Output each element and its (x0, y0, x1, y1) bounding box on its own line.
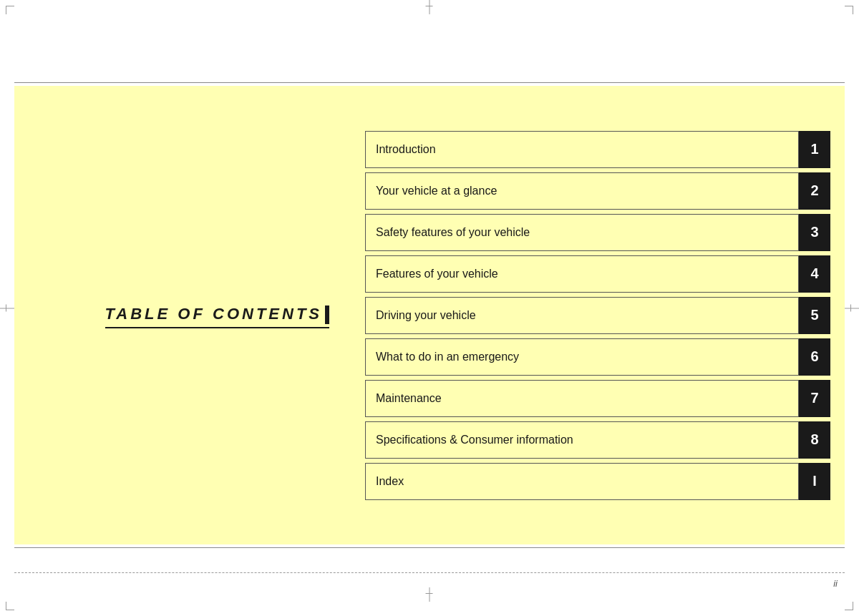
toc-entry[interactable]: Driving your vehicle5 (365, 297, 830, 334)
toc-entry-number: 3 (799, 214, 830, 251)
page-number: ii (833, 578, 838, 589)
toc-entry-label: Safety features of your vehicle (365, 214, 799, 251)
corner-mark-tl (6, 6, 14, 14)
toc-entry-label: Specifications & Consumer information (365, 421, 799, 459)
crosshair-top (430, 0, 430, 14)
toc-entry-number: 6 (799, 338, 830, 376)
toc-entry-number: 1 (799, 131, 830, 168)
toc-entry-label: What to do in an emergency (365, 338, 799, 376)
toc-entry[interactable]: Specifications & Consumer information8 (365, 421, 830, 459)
toc-entry[interactable]: Introduction1 (365, 131, 830, 168)
toc-entry-label: Your vehicle at a glance (365, 172, 799, 210)
bottom-dashed-rule (14, 572, 845, 573)
toc-entry-label: Introduction (365, 131, 799, 168)
toc-entry[interactable]: What to do in an emergency6 (365, 338, 830, 376)
toc-entry-label: Driving your vehicle (365, 297, 799, 334)
toc-entry[interactable]: Features of your vehicle4 (365, 255, 830, 293)
corner-mark-tr (845, 6, 853, 14)
toc-entry-number: 2 (799, 172, 830, 210)
toc-title-underline (105, 327, 329, 328)
toc-entry-number: 8 (799, 421, 830, 459)
toc-entry-number: 7 (799, 380, 830, 417)
crosshair-right (845, 308, 859, 308)
toc-entry-number: I (799, 463, 830, 500)
top-rule (14, 82, 845, 83)
toc-entry[interactable]: IndexI (365, 463, 830, 500)
toc-entry-number: 4 (799, 255, 830, 293)
toc-entry-number: 5 (799, 297, 830, 334)
corner-mark-br (845, 602, 853, 610)
bottom-rule (14, 547, 845, 548)
toc-title-wrapper: TABLE OF CONTENTS (105, 305, 329, 326)
toc-entry-label: Features of your vehicle (365, 255, 799, 293)
toc-title: TABLE OF CONTENTS (105, 305, 322, 323)
crosshair-left (0, 308, 14, 308)
toc-entry-label: Maintenance (365, 380, 799, 417)
toc-entry-label: Index (365, 463, 799, 500)
toc-entries: Introduction1Your vehicle at a glance2Sa… (358, 117, 845, 514)
toc-entry[interactable]: Safety features of your vehicle3 (365, 214, 830, 251)
toc-entry[interactable]: Your vehicle at a glance2 (365, 172, 830, 210)
corner-mark-bl (6, 602, 14, 610)
crosshair-bottom (430, 587, 430, 602)
toc-entry[interactable]: Maintenance7 (365, 380, 830, 417)
toc-title-area: TABLE OF CONTENTS (14, 305, 358, 326)
toc-title-bar (325, 305, 329, 324)
main-area: TABLE OF CONTENTS Introduction1Your vehi… (14, 86, 845, 544)
